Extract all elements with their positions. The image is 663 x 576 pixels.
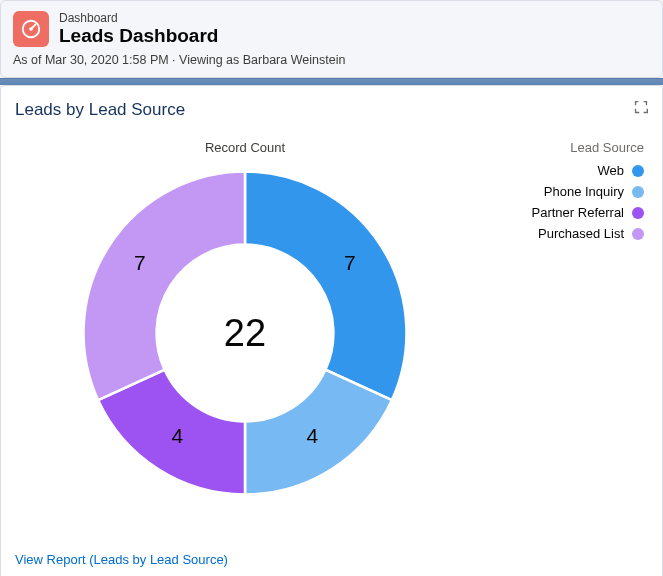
- legend-title: Lead Source: [532, 140, 644, 155]
- header-divider: [0, 78, 663, 85]
- donut-slice[interactable]: [245, 172, 407, 401]
- slice-value-label: 4: [171, 424, 183, 448]
- legend-item[interactable]: Purchased List: [532, 226, 644, 241]
- card-title: Leads by Lead Source: [15, 100, 185, 120]
- legend-label: Web: [598, 163, 625, 178]
- legend-swatch: [632, 186, 644, 198]
- legend-swatch: [632, 165, 644, 177]
- view-report-link[interactable]: View Report (Leads by Lead Source): [15, 552, 228, 567]
- card-header: Leads by Lead Source: [15, 100, 648, 120]
- chart-card: Leads by Lead Source Record Count 22 744…: [0, 85, 663, 576]
- legend-label: Partner Referral: [532, 205, 624, 220]
- header-top: Dashboard Leads Dashboard: [13, 11, 650, 47]
- legend-swatch: [632, 207, 644, 219]
- legend-item[interactable]: Partner Referral: [532, 205, 644, 220]
- donut-slice[interactable]: [83, 172, 245, 401]
- page-type: Dashboard: [59, 11, 218, 25]
- page-meta: As of Mar 30, 2020 1:58 PM · Viewing as …: [13, 53, 650, 67]
- page-header: Dashboard Leads Dashboard As of Mar 30, …: [0, 0, 663, 78]
- legend-label: Phone Inquiry: [544, 184, 624, 199]
- svg-line-2: [31, 24, 36, 29]
- slice-value-label: 7: [344, 251, 356, 275]
- legend-item[interactable]: Phone Inquiry: [532, 184, 644, 199]
- chart-area: Record Count 22 7447 Lead Source WebPhon…: [15, 140, 648, 503]
- dashboard-icon: [13, 11, 49, 47]
- legend-swatch: [632, 228, 644, 240]
- expand-icon[interactable]: [634, 100, 648, 114]
- chart-wrap: Record Count 22 7447: [75, 140, 415, 503]
- donut-chart: 22 7447: [75, 163, 415, 503]
- slice-value-label: 4: [307, 424, 319, 448]
- header-text: Dashboard Leads Dashboard: [59, 11, 218, 47]
- chart-caption: Record Count: [75, 140, 415, 155]
- page-title: Leads Dashboard: [59, 25, 218, 47]
- legend-label: Purchased List: [538, 226, 624, 241]
- donut-center-value: 22: [224, 312, 266, 355]
- slice-value-label: 7: [134, 251, 146, 275]
- legend: Lead Source WebPhone InquiryPartner Refe…: [532, 140, 644, 247]
- legend-item[interactable]: Web: [532, 163, 644, 178]
